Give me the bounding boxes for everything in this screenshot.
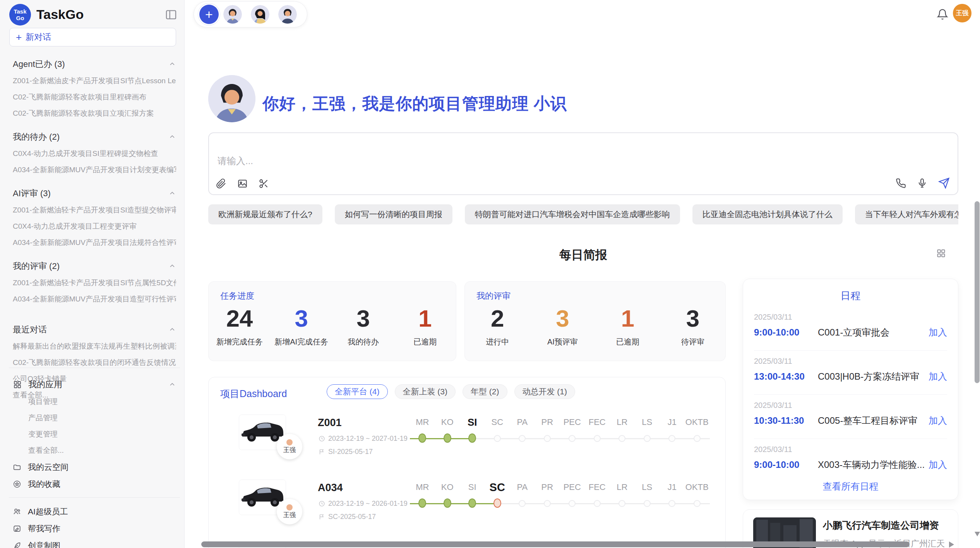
- owner-avatar: [286, 439, 293, 445]
- chevron-up-icon[interactable]: [168, 326, 176, 334]
- sidebar-item-creative-draw[interactable]: 创意制图: [13, 537, 176, 548]
- list-item[interactable]: Z001-全新燃油轻卡产品开发项目SI造型提交物评审: [13, 202, 176, 218]
- schedule-date: 2025/03/11: [754, 313, 947, 322]
- list-item[interactable]: A034-全新新能源MUV产品开发项目法规符合性评审: [13, 235, 176, 251]
- scissors-icon[interactable]: [259, 178, 269, 189]
- sidebar-item-my-apps[interactable]: 我的应用: [13, 376, 176, 394]
- list-item[interactable]: C02-飞腾新能源轻客改款项目立项汇报方案: [13, 105, 176, 122]
- schedule-item[interactable]: 2025/03/11 13:00-14:30 C003|H0B-方案冻结评审 加…: [754, 351, 947, 395]
- section-my-todo[interactable]: 我的待办 (2): [13, 128, 176, 146]
- notification-bell-icon[interactable]: [937, 9, 948, 20]
- schedule-item[interactable]: 2025/03/11 10:30-11:30 C005-整车工程目标评审 加入: [754, 395, 947, 439]
- stat-value: 3: [530, 306, 595, 331]
- paperclip-icon[interactable]: [216, 178, 226, 189]
- chevron-up-icon[interactable]: [168, 381, 176, 389]
- list-item[interactable]: C0X4-动力总成开发项目工程变更评审: [13, 218, 176, 235]
- scroll-down-arrow[interactable]: [975, 532, 980, 536]
- milestone-dot: [569, 500, 576, 507]
- user-avatar[interactable]: 王强: [953, 4, 971, 22]
- layout-grid-icon[interactable]: [936, 248, 946, 259]
- sidebar-item-favorites[interactable]: 我的收藏: [13, 476, 176, 493]
- agent-avatar[interactable]: [251, 5, 269, 24]
- milestone-label: PA: [510, 480, 535, 494]
- view-all-schedule-link[interactable]: 查看所有日程: [743, 480, 958, 493]
- tab-new-platform[interactable]: 全新平台 (4): [327, 384, 388, 399]
- owner-name: 王强: [283, 446, 296, 454]
- list-item[interactable]: A034-全新新能源MUV产品开发项目造型可行性评审: [13, 291, 176, 307]
- vertical-scrollbar[interactable]: [975, 201, 980, 383]
- new-chat-button[interactable]: + 新对话: [9, 28, 176, 46]
- owner-badge: 王强: [277, 499, 302, 524]
- mic-icon[interactable]: [917, 178, 927, 188]
- tab-year-model[interactable]: 年型 (2): [463, 384, 507, 399]
- sidebar-item-cloud-space[interactable]: 我的云空间: [13, 459, 176, 476]
- add-agent-button[interactable]: +: [199, 5, 219, 24]
- milestone-strip: MR KO SI SC PA PR PEC FEC LR LS J1 OKTB: [410, 415, 710, 445]
- agent-avatar[interactable]: [278, 5, 297, 24]
- chevron-up-icon[interactable]: [168, 60, 176, 68]
- suggestion-chip[interactable]: 当下年轻人对汽车外观有怎样的喜好趋势: [855, 204, 958, 224]
- app-item-change-mgmt[interactable]: 变更管理: [13, 426, 176, 442]
- list-item[interactable]: C02-飞腾新能源轻客改款项目里程碑画布: [13, 89, 176, 105]
- list-item[interactable]: A034-全新新能源MUV产品开发项目计划变更表编写: [13, 162, 176, 178]
- section-label: AI评审 (3): [13, 188, 51, 199]
- milestone-label: KO: [435, 480, 460, 494]
- stat-label: AI预评审: [530, 337, 595, 347]
- recent-chat-item[interactable]: 解释最新出台的欧盟报废车法规再生塑料比例被调至15%...: [13, 338, 176, 354]
- phone-icon[interactable]: [896, 178, 906, 188]
- join-link[interactable]: 加入: [929, 459, 947, 471]
- list-item[interactable]: Z001-全新燃油皮卡产品开发项目SI节点Lesson Learn报告: [13, 73, 176, 89]
- input-attachments: [216, 178, 269, 189]
- suggestion-chip[interactable]: 特朗普可能对进口汽车增税会对中国车企造成哪些影响: [465, 204, 680, 224]
- suggestion-chip[interactable]: 欧洲新规最近颁布了什么?: [208, 204, 322, 224]
- ai-employee-label: AI超级员工: [28, 506, 68, 517]
- suggestion-chip[interactable]: 如何写一份清晰的项目周报: [335, 204, 452, 224]
- section-ai-review[interactable]: AI评审 (3): [13, 185, 176, 202]
- send-icon[interactable]: [938, 177, 950, 189]
- sidebar-item-ai-employee[interactable]: AI超级员工: [13, 503, 176, 520]
- milestone-dot: [544, 435, 551, 442]
- stat-value: 24: [209, 306, 271, 331]
- chat-input[interactable]: 请输入...: [208, 132, 958, 195]
- sidebar-item-help-write[interactable]: 帮我写作: [13, 520, 176, 537]
- agent-avatar[interactable]: [223, 5, 242, 24]
- suggestion-chips: 欧洲新规最近颁布了什么? 如何写一份清晰的项目周报 特朗普可能对进口汽车增税会对…: [208, 204, 958, 224]
- chevron-up-icon[interactable]: [168, 133, 176, 141]
- schedule-item[interactable]: 2025/03/11 9:00-10:00 C001-立项审批会 加入: [754, 307, 947, 351]
- scroll-right-arrow[interactable]: [949, 541, 954, 548]
- milestone-label: KO: [435, 415, 460, 429]
- horizontal-scrollbar[interactable]: [201, 541, 910, 547]
- stat-my-todo: 3 我的待办: [332, 306, 394, 347]
- milestone-label: PR: [535, 415, 560, 429]
- flag-icon: [319, 449, 325, 455]
- list-item[interactable]: C0X4-动力总成开发项目SI里程碑提交物检查: [13, 146, 176, 162]
- section-agent-done[interactable]: Agent已办 (3): [13, 56, 176, 73]
- milestone-dot: [519, 435, 526, 442]
- card-title: 任务进度: [220, 290, 254, 302]
- sidebar-collapse-icon[interactable]: [165, 9, 177, 21]
- join-link[interactable]: 加入: [929, 414, 947, 427]
- stat-label: 已逾期: [394, 337, 456, 347]
- stat-label: 进行中: [465, 337, 530, 347]
- section-my-review[interactable]: 我的评审 (2): [13, 258, 176, 275]
- image-icon[interactable]: [237, 178, 248, 189]
- section-recent-chats[interactable]: 最近对话: [13, 321, 176, 338]
- list-item[interactable]: Z001-全新燃油轻卡产品开发项目SI节点属性5D文件评审: [13, 275, 176, 291]
- agent-switcher: +: [194, 1, 307, 27]
- chevron-up-icon[interactable]: [168, 262, 176, 270]
- suggestion-chip[interactable]: 比亚迪全固态电池计划具体说了什么: [692, 204, 843, 224]
- chevron-up-icon[interactable]: [168, 190, 176, 197]
- app-item-product-mgmt[interactable]: 产品管理: [13, 410, 176, 426]
- milestone-label: MR: [410, 480, 435, 494]
- join-link[interactable]: 加入: [929, 370, 947, 383]
- view-all-apps[interactable]: 查看全部...: [13, 442, 176, 459]
- join-link[interactable]: 加入: [929, 326, 947, 339]
- tab-powertrain[interactable]: 动总开发 (1): [514, 384, 576, 399]
- schedule-item[interactable]: 2025/03/11 9:00-10:00 X003-车辆动力学性能验... 加…: [754, 439, 947, 483]
- app-item-project-mgmt[interactable]: 项目管理: [13, 394, 176, 410]
- schedule-time: 9:00-10:00: [754, 459, 818, 470]
- stat-value: 1: [394, 306, 456, 331]
- tab-new-body[interactable]: 全新上装 (3): [395, 384, 456, 399]
- project-row[interactable]: 王强 A034 2023-12-19 ~ 2026-01-19 SC-2025-…: [209, 480, 725, 531]
- project-row[interactable]: 王强 Z001 2023-12-19 ~ 2027-01-19 SI-2025-…: [209, 414, 725, 466]
